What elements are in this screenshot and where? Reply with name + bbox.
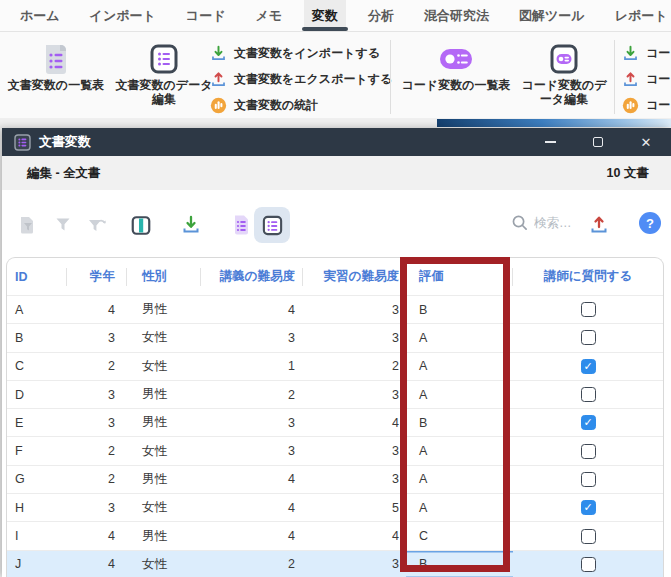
cell-practice[interactable]: 3 bbox=[303, 437, 406, 464]
cell-lecture[interactable]: 4 bbox=[201, 494, 303, 521]
cell-grade[interactable]: 2 bbox=[67, 466, 127, 493]
cell-gender[interactable]: 男性 bbox=[127, 466, 201, 493]
cell-lecture[interactable]: 4 bbox=[201, 522, 303, 549]
cell-id[interactable]: D bbox=[7, 381, 67, 408]
cell-ask[interactable] bbox=[513, 437, 663, 464]
minimize-button[interactable] bbox=[533, 128, 567, 156]
doc-variable-stats-button[interactable]: 文書変数の統計 bbox=[210, 92, 392, 118]
checkbox-unchecked[interactable] bbox=[581, 529, 596, 544]
cell-ask[interactable] bbox=[513, 551, 663, 577]
cell-practice[interactable]: 4 bbox=[303, 409, 406, 436]
cell-lecture[interactable]: 4 bbox=[201, 466, 303, 493]
cell-id[interactable]: C bbox=[7, 353, 67, 380]
cell-grade[interactable]: 3 bbox=[67, 409, 127, 436]
column-header-lecture-difficulty[interactable]: 講義の難易度 bbox=[201, 268, 303, 285]
doc-variable-edit-button[interactable]: 文書変数のデータ編集 bbox=[112, 40, 216, 106]
cell-eval[interactable]: A bbox=[406, 466, 513, 493]
import-icon[interactable] bbox=[180, 214, 202, 236]
cell-gender[interactable]: 女性 bbox=[127, 324, 201, 351]
doc-variable-export-button[interactable]: 文書変数をエクスポートする bbox=[210, 66, 392, 92]
cell-id[interactable]: J bbox=[7, 551, 67, 577]
close-button[interactable]: ✕ bbox=[629, 128, 663, 156]
column-header-practice-difficulty[interactable]: 実習の難易度 bbox=[303, 268, 406, 285]
cell-id[interactable]: F bbox=[7, 437, 67, 464]
filter-document-icon[interactable] bbox=[16, 214, 38, 236]
cell-id[interactable]: E bbox=[7, 409, 67, 436]
menu-item-0[interactable]: ホーム bbox=[12, 0, 68, 31]
code-variable-stats-button[interactable]: コード bbox=[622, 92, 671, 118]
column-header-id[interactable]: ID bbox=[7, 270, 67, 284]
maximize-button[interactable] bbox=[581, 128, 615, 156]
cell-id[interactable]: I bbox=[7, 522, 67, 549]
cell-ask[interactable] bbox=[513, 409, 663, 436]
cell-practice[interactable]: 3 bbox=[303, 466, 406, 493]
table-row[interactable]: G2男性43A bbox=[7, 465, 663, 493]
table-row[interactable]: D3男性23A bbox=[7, 380, 663, 408]
checkbox-unchecked[interactable] bbox=[581, 302, 596, 317]
cell-eval[interactable]: A bbox=[406, 381, 513, 408]
checkbox-checked[interactable] bbox=[581, 359, 596, 374]
table-row[interactable]: B3女性33A bbox=[7, 323, 663, 351]
column-header-grade[interactable]: 学年 bbox=[67, 268, 127, 285]
menu-item-5[interactable]: 分析 bbox=[360, 0, 402, 31]
cell-ask[interactable] bbox=[513, 494, 663, 521]
doc-variable-list-button[interactable]: 文書変数の一覧表 bbox=[4, 40, 108, 92]
table-row[interactable]: F2女性33A bbox=[7, 436, 663, 464]
cell-gender[interactable]: 男性 bbox=[127, 381, 201, 408]
table-row[interactable]: E3男性34B bbox=[7, 408, 663, 436]
cell-eval[interactable]: B bbox=[406, 551, 513, 577]
cell-lecture[interactable]: 3 bbox=[201, 409, 303, 436]
cell-id[interactable]: B bbox=[7, 324, 67, 351]
document-list-icon[interactable] bbox=[230, 214, 252, 236]
cell-grade[interactable]: 4 bbox=[67, 296, 127, 323]
dialog-titlebar[interactable]: 文書変数 ✕ bbox=[2, 128, 671, 156]
columns-icon[interactable] bbox=[130, 214, 152, 236]
cell-ask[interactable] bbox=[513, 522, 663, 549]
menu-item-7[interactable]: 図解ツール bbox=[511, 0, 593, 31]
cell-practice[interactable]: 5 bbox=[303, 494, 406, 521]
menu-item-2[interactable]: コード bbox=[178, 0, 234, 31]
cell-eval[interactable]: C bbox=[406, 522, 513, 549]
column-header-gender[interactable]: 性別 bbox=[127, 268, 201, 285]
cell-practice[interactable]: 3 bbox=[303, 551, 406, 577]
cell-gender[interactable]: 女性 bbox=[127, 551, 201, 577]
cell-lecture[interactable]: 3 bbox=[201, 324, 303, 351]
cell-eval[interactable]: A bbox=[406, 494, 513, 521]
checkbox-unchecked[interactable] bbox=[581, 472, 596, 487]
menu-item-6[interactable]: 混合研究法 bbox=[416, 0, 497, 31]
checkbox-unchecked[interactable] bbox=[581, 444, 596, 459]
cell-grade[interactable]: 3 bbox=[67, 494, 127, 521]
cell-practice[interactable]: 2 bbox=[303, 353, 406, 380]
menu-item-4[interactable]: 変数 bbox=[304, 0, 346, 31]
cell-practice[interactable]: 4 bbox=[303, 522, 406, 549]
menu-item-3[interactable]: メモ bbox=[247, 0, 290, 31]
filter-reset-icon[interactable] bbox=[86, 214, 108, 236]
help-icon[interactable]: ? bbox=[639, 212, 661, 234]
cell-ask[interactable] bbox=[513, 324, 663, 351]
cell-ask[interactable] bbox=[513, 381, 663, 408]
cell-eval[interactable]: A bbox=[406, 324, 513, 351]
code-variable-import-button[interactable]: コード bbox=[622, 40, 671, 66]
cell-gender[interactable]: 女性 bbox=[127, 437, 201, 464]
table-row[interactable]: J4女性23B bbox=[7, 550, 663, 577]
code-variable-export-button[interactable]: コード bbox=[622, 66, 671, 92]
cell-practice[interactable]: 3 bbox=[303, 381, 406, 408]
cell-id[interactable]: G bbox=[7, 466, 67, 493]
checkbox-checked[interactable] bbox=[581, 500, 596, 515]
column-header-evaluation[interactable]: 評価 bbox=[406, 268, 513, 285]
code-variable-edit-button[interactable]: コード変数のデータ編集 bbox=[516, 40, 612, 106]
checkbox-unchecked[interactable] bbox=[581, 557, 596, 572]
filter-icon[interactable] bbox=[52, 214, 74, 236]
table-row[interactable]: C2女性12A bbox=[7, 352, 663, 380]
cell-id[interactable]: H bbox=[7, 494, 67, 521]
cell-ask[interactable] bbox=[513, 296, 663, 323]
cell-grade[interactable]: 3 bbox=[67, 381, 127, 408]
table-row[interactable]: H3女性45A bbox=[7, 493, 663, 521]
cell-grade[interactable]: 2 bbox=[67, 437, 127, 464]
cell-eval[interactable]: A bbox=[406, 353, 513, 380]
cell-ask[interactable] bbox=[513, 466, 663, 493]
cell-id[interactable]: A bbox=[7, 296, 67, 323]
cell-gender[interactable]: 男性 bbox=[127, 409, 201, 436]
cell-eval[interactable]: B bbox=[406, 409, 513, 436]
cell-lecture[interactable]: 2 bbox=[201, 551, 303, 577]
